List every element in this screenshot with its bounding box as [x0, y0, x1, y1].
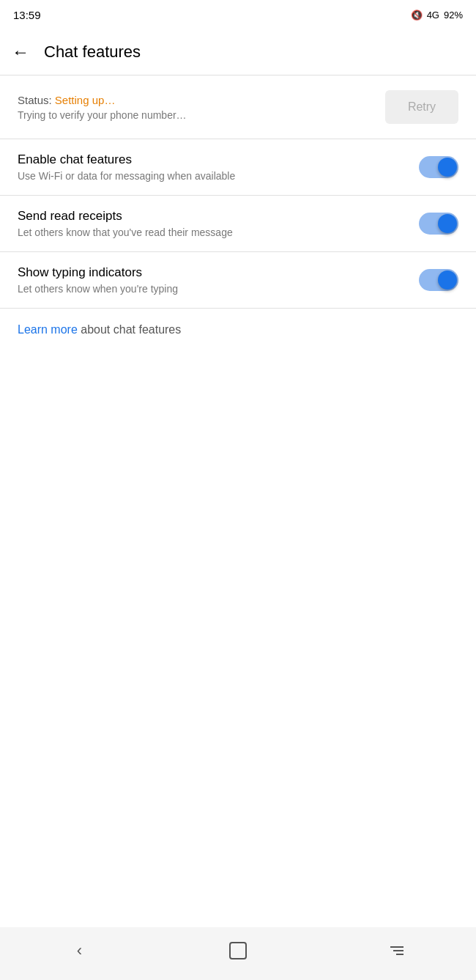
nav-home-button[interactable] [216, 936, 260, 965]
setting-row-typing: Show typing indicators Let others know w… [0, 252, 476, 308]
learn-more-trailing: about chat features [78, 323, 181, 336]
toggle-thumb-enable-chat [438, 158, 457, 177]
learn-more-text: Learn more about chat features [18, 323, 181, 336]
setting-row-enable-chat: Enable chat features Use Wi-Fi or data f… [0, 139, 476, 195]
status-time: 13:59 [13, 9, 41, 21]
toggle-thumb-read-receipts [438, 214, 457, 233]
toggle-read-receipts[interactable] [419, 213, 458, 235]
status-label: Status: [18, 94, 55, 106]
setting-subtitle-typing: Let others know when you're typing [18, 283, 419, 295]
toggle-thumb-typing [438, 270, 457, 290]
status-value: Setting up… [55, 94, 116, 106]
setting-row-read-receipts: Send read receipts Let others know that … [0, 196, 476, 251]
signal-icon: 4G [427, 10, 439, 21]
recents-bar-2 [393, 950, 404, 951]
nav-back-button[interactable]: ‹ [57, 936, 101, 965]
toggle-typing[interactable] [419, 269, 458, 291]
setting-title-enable-chat: Enable chat features [18, 152, 419, 167]
learn-more-section: Learn more about chat features [0, 309, 476, 351]
nav-back-icon: ‹ [77, 941, 82, 960]
battery-icon: 92% [444, 10, 463, 21]
mute-icon: 🔇 [411, 10, 423, 21]
setting-title-typing: Show typing indicators [18, 265, 419, 280]
nav-recents-icon [390, 946, 404, 955]
status-icons: 🔇 4G 92% [411, 10, 463, 21]
setting-text-typing: Show typing indicators Let others know w… [18, 265, 419, 295]
nav-recents-button[interactable] [375, 936, 419, 965]
content-area: Status: Setting up… Trying to verify you… [0, 75, 476, 973]
setting-subtitle-enable-chat: Use Wi-Fi or data for messaging when ava… [18, 170, 419, 182]
setting-title-read-receipts: Send read receipts [18, 209, 419, 224]
status-subtext: Trying to verify your phone number… [18, 109, 385, 121]
learn-more-link[interactable]: Learn more [18, 323, 78, 336]
setting-text-read-receipts: Send read receipts Let others know that … [18, 209, 419, 238]
status-bar: 13:59 🔇 4G 92% [0, 0, 476, 29]
recents-bar-1 [390, 946, 404, 948]
status-section: Status: Setting up… Trying to verify you… [0, 75, 476, 139]
nav-home-icon [229, 942, 247, 959]
setting-text-enable-chat: Enable chat features Use Wi-Fi or data f… [18, 152, 419, 182]
toolbar: ← Chat features [0, 29, 476, 75]
status-line: Status: Setting up… [18, 94, 385, 106]
setting-subtitle-read-receipts: Let others know that you've read their m… [18, 226, 419, 238]
back-button[interactable]: ← [12, 42, 29, 62]
status-text-block: Status: Setting up… Trying to verify you… [18, 94, 385, 121]
recents-bar-3 [396, 954, 404, 955]
retry-button[interactable]: Retry [385, 90, 458, 124]
nav-bar: ‹ [0, 927, 476, 980]
page-title: Chat features [44, 43, 141, 62]
toggle-enable-chat[interactable] [419, 156, 458, 178]
